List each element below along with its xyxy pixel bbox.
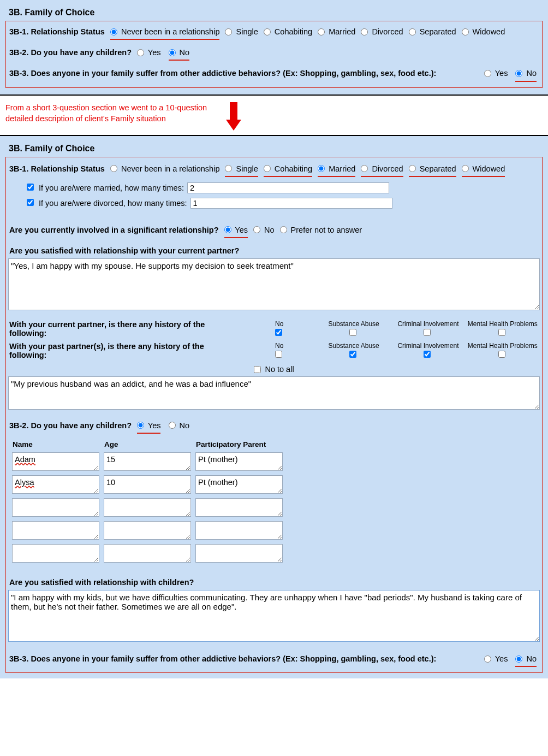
children-cell-input[interactable]	[12, 521, 99, 540]
q-3b2-label: 3B-2. Do you have any children?	[9, 48, 132, 57]
relstatus-option[interactable]: Cohabiting	[264, 163, 312, 177]
no-to-all[interactable]: No to all	[254, 365, 294, 374]
married-times-row: If you are/were married, how many times:	[27, 180, 540, 196]
divorced-times-check[interactable]	[27, 199, 34, 206]
q-3b1-bottom: 3B-1. Relationship Status Never been in …	[8, 160, 540, 180]
annotation-text: From a short 3-question section we went …	[5, 102, 213, 125]
children-cell-input[interactable]	[195, 521, 283, 540]
bottom-panel: 3B. Family of Choice 3B-1. Relationship …	[0, 136, 548, 679]
hist-checkbox[interactable]	[424, 329, 431, 336]
bottom-red-outline: 3B-1. Relationship Status Never been in …	[5, 157, 543, 674]
table-row	[11, 544, 283, 563]
hist-checkbox[interactable]	[275, 329, 282, 336]
q3b3-yes-bottom[interactable]: Yes	[484, 653, 508, 665]
relstatus-option[interactable]: Single	[225, 163, 258, 177]
children-cell-input[interactable]	[12, 452, 99, 471]
children-cell-input[interactable]	[104, 498, 191, 517]
divorced-times-input[interactable]	[190, 198, 392, 209]
children-cell-input[interactable]	[104, 521, 191, 540]
relstatus-option[interactable]: Single	[225, 26, 258, 38]
children-cell-input[interactable]	[195, 498, 283, 517]
top-panel: 3B. Family of Choice 3B-1. Relationship …	[0, 0, 548, 94]
q3b3-no-bottom[interactable]: No	[515, 653, 537, 667]
sigrel-option[interactable]: No	[253, 224, 275, 237]
hist-checkbox[interactable]	[349, 351, 356, 358]
relstatus-option[interactable]: Married	[318, 26, 355, 38]
hist-checkbox[interactable]	[498, 329, 505, 336]
relstatus-option[interactable]: Married	[318, 163, 355, 177]
q-3b2-bottom: 3B-2. Do you have any children? Yes No	[8, 416, 540, 437]
q-3b3-label: 3B-3. Does anyone in your family suffer …	[9, 67, 474, 80]
history-grid: With your current partner, is there any …	[8, 318, 540, 362]
sig-rel-row: Are you currently involved in a signific…	[8, 221, 540, 241]
past-partner-text[interactable]	[8, 376, 540, 410]
q-3b3-top: 3B-3. Does anyone in your family suffer …	[8, 64, 540, 85]
satisfied-partner-label-row: Are you satisfied with relationship with…	[8, 241, 540, 258]
sig-rel-label: Are you currently involved in a signific…	[9, 226, 219, 234]
q-3b2-label-b: 3B-2. Do you have any children?	[9, 421, 132, 430]
children-cell-input[interactable]	[12, 475, 99, 494]
married-times-check[interactable]	[27, 184, 34, 191]
relstatus-option[interactable]: Divorced	[361, 26, 403, 38]
q-3b1-top: 3B-1. Relationship Status Never been in …	[8, 22, 540, 43]
children-cell-input[interactable]	[104, 475, 191, 494]
annotation-strip: From a short 3-question section we went …	[0, 94, 548, 136]
hist-col: Mental Health Problems	[466, 318, 540, 340]
children-cell-input[interactable]	[195, 452, 283, 471]
married-times-input[interactable]	[187, 182, 389, 193]
q-3b3-bottom: 3B-3. Does anyone in your family suffer …	[8, 649, 540, 670]
section-title-bottom: 3B. Family of Choice	[5, 141, 543, 157]
hist-checkbox[interactable]	[349, 329, 356, 336]
children-cell-input[interactable]	[104, 452, 191, 471]
hist-col: Criminal Involvement	[391, 318, 465, 340]
children-cell-input[interactable]	[195, 544, 283, 563]
children-cell-input[interactable]	[104, 544, 191, 563]
q-3b3-label-b: 3B-3. Does anyone in your family suffer …	[9, 653, 474, 665]
q3b2-yes-top[interactable]: Yes	[137, 46, 160, 59]
relstatus-option[interactable]: Never been in a relationship	[110, 26, 220, 40]
married-times-label: If you are/were married, how many times:	[39, 184, 184, 192]
section-title-top: 3B. Family of Choice	[5, 5, 543, 21]
children-cell-input[interactable]	[195, 475, 283, 494]
hist-checkbox[interactable]	[275, 351, 282, 358]
table-row	[11, 498, 283, 517]
divorced-times-row: If you are/were divorced, how many times…	[27, 196, 540, 211]
children-header: Participatory Parent	[195, 440, 283, 448]
children-table: NameAgeParticipatory Parent	[8, 437, 287, 566]
sigrel-option[interactable]: Yes	[224, 224, 248, 238]
down-arrow-icon	[226, 102, 241, 131]
q3b3-no-top[interactable]: No	[515, 67, 537, 81]
relstatus-option[interactable]: Widowed	[462, 163, 505, 177]
hist-col: No	[242, 318, 317, 340]
hist-col: No	[242, 340, 317, 362]
q3b2-no-top[interactable]: No	[169, 46, 190, 61]
satisfied-children-text[interactable]	[8, 590, 540, 642]
relstatus-option[interactable]: Divorced	[361, 163, 403, 177]
hist-checkbox[interactable]	[498, 351, 505, 358]
children-header: Age	[103, 440, 192, 448]
relstatus-option[interactable]: Widowed	[462, 26, 505, 38]
q3b2-yes-bottom[interactable]: Yes	[137, 420, 160, 434]
relstatus-option[interactable]: Separated	[409, 26, 456, 38]
q3b3-yes-top[interactable]: Yes	[484, 67, 508, 80]
sigrel-option[interactable]: Prefer not to answer	[280, 224, 362, 237]
q3b2-no-bottom[interactable]: No	[169, 420, 190, 432]
satisfied-partner-label: Are you satisfied with relationship with…	[9, 246, 239, 255]
divorced-times-label: If you are/were divorced, how many times…	[39, 199, 187, 208]
relstatus-option[interactable]: Cohabiting	[264, 26, 312, 38]
q-3b1-label: 3B-1. Relationship Status	[9, 27, 105, 36]
q-3b1-label-b: 3B-1. Relationship Status	[9, 164, 105, 173]
hist-checkbox[interactable]	[424, 351, 431, 358]
table-row	[11, 475, 283, 494]
satisfied-partner-text[interactable]	[8, 258, 540, 310]
hist-current-label: With your current partner, is there any …	[8, 318, 242, 340]
children-cell-input[interactable]	[12, 544, 99, 563]
children-cell-input[interactable]	[12, 498, 99, 517]
satisfied-children-label-row: Are you satisfied with relationship with…	[8, 573, 540, 590]
no-to-all-row: No to all	[8, 362, 540, 376]
relstatus-option[interactable]: Separated	[409, 163, 456, 177]
hist-col: Mental Health Problems	[466, 340, 540, 362]
hist-col: Criminal Involvement	[391, 340, 465, 362]
hist-col: Substance Abuse	[317, 340, 391, 362]
relstatus-option[interactable]: Never been in a relationship	[110, 163, 220, 175]
